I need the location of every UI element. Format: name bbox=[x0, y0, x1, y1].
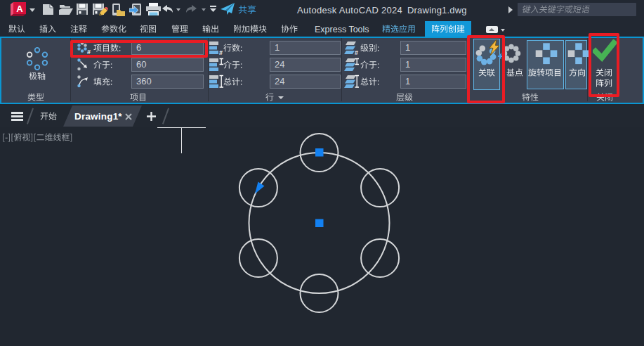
svg-text:#: # bbox=[355, 49, 358, 56]
svg-text:A: A bbox=[16, 4, 23, 14]
svg-text:#: # bbox=[219, 49, 223, 56]
